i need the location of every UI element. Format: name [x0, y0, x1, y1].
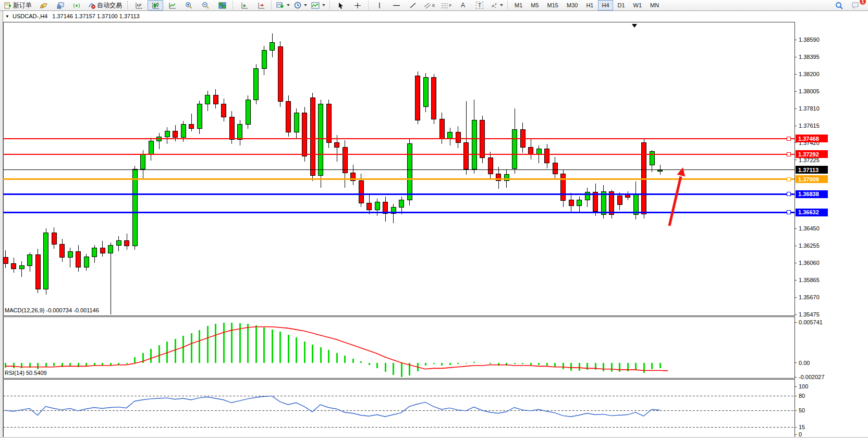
line-chart-icon [168, 2, 176, 9]
svg-text:1.36632: 1.36632 [798, 209, 819, 215]
indicators-icon [311, 2, 320, 9]
notifications-button[interactable]: 1 [848, 0, 863, 10]
chart-shift-button[interactable] [236, 0, 252, 10]
new-order-icon [4, 2, 11, 9]
text-label-tool-button[interactable]: T [472, 0, 487, 10]
svg-text:1.36255: 1.36255 [799, 242, 820, 249]
svg-text:1.36838: 1.36838 [798, 191, 819, 197]
arrows-tool-icon [490, 2, 497, 9]
new-order-label: 新订单 [13, 1, 32, 10]
svg-text:0.00: 0.00 [799, 360, 810, 366]
new-chart-button[interactable] [275, 0, 291, 10]
main-toolbar: 新订单 自动交易 [0, 0, 868, 11]
macd-axis: 0.0057410.00-0.002027 [794, 319, 825, 380]
fibonacci-icon [441, 2, 449, 9]
chart-symbol-title: USDCAD-,H4 [13, 13, 47, 19]
search-icon [835, 2, 843, 9]
trendline-icon [409, 2, 417, 9]
fibonacci-tool-sub: F [449, 3, 452, 8]
fibonacci-tool-button[interactable]: F [438, 0, 454, 10]
toolbar-separator [507, 1, 508, 9]
trendline-tool-button[interactable] [405, 0, 421, 10]
toolbar-separator [233, 1, 234, 9]
svg-text:1.37292: 1.37292 [798, 151, 819, 157]
svg-text:1.37810: 1.37810 [799, 105, 820, 112]
toolbar-separator [368, 1, 369, 9]
svg-text:1.36450: 1.36450 [799, 225, 820, 232]
candlestick-chart-button[interactable] [148, 0, 163, 10]
periods-button[interactable] [292, 0, 309, 10]
toolbar-separator [271, 1, 272, 9]
vertical-line-icon [377, 2, 382, 9]
timeframe-button-H4[interactable]: H4 [598, 0, 613, 10]
navigator-icon [56, 2, 64, 9]
zoom-out-button[interactable] [198, 0, 213, 10]
hline-anchor[interactable] [787, 152, 790, 156]
cursor-icon [338, 2, 344, 9]
autotrading-label: 自动交易 [97, 1, 122, 10]
zoom-in-button[interactable] [181, 0, 197, 10]
signals-button[interactable] [69, 0, 84, 10]
svg-text:0.005741: 0.005741 [799, 319, 823, 325]
cursor-tool-button[interactable] [333, 0, 349, 10]
tile-windows-button[interactable] [214, 0, 230, 10]
timeframe-button-H1[interactable]: H1 [582, 0, 597, 10]
svg-text:1.38395: 1.38395 [799, 54, 820, 60]
svg-text:1.38200: 1.38200 [799, 71, 820, 77]
hline-anchor[interactable] [787, 211, 790, 214]
gold-bar-icon [39, 2, 47, 9]
hline-anchor[interactable] [787, 137, 790, 140]
chart-dropdown-icon[interactable]: ▼ [5, 14, 9, 19]
rsi-indicator-label: RSI(14) 50.5409 [5, 370, 47, 376]
chevron-down-icon [500, 4, 503, 6]
chart-canvas[interactable]: 1.385901.383951.382001.380051.378101.376… [0, 11, 868, 438]
main-price-panel [3, 22, 794, 315]
channel-tool-button[interactable]: E [422, 0, 437, 10]
horizontal-line-tool-button[interactable] [388, 0, 404, 10]
timeframe-button-M15[interactable]: M15 [544, 0, 562, 10]
notification-badge: 1 [860, 0, 866, 5]
line-chart-button[interactable] [164, 0, 180, 10]
new-order-button[interactable]: 新订单 [2, 0, 34, 10]
horizontal-line-icon [393, 2, 400, 9]
chat-bubble-icon [851, 2, 860, 9]
candlestick-chart-icon [152, 2, 160, 9]
search-button[interactable] [831, 0, 847, 10]
crosshair-tool-button[interactable] [350, 0, 365, 10]
window-left-edge [0, 11, 3, 438]
text-tool-button[interactable]: A [455, 0, 471, 10]
bar-chart-button[interactable] [131, 0, 146, 10]
bar-chart-icon [135, 2, 143, 9]
market-watch-button[interactable] [35, 0, 51, 10]
vertical-line-tool-button[interactable] [372, 0, 387, 10]
auto-scroll-icon [257, 2, 265, 9]
arrows-tool-button[interactable] [488, 0, 505, 10]
chart-title: ▼ USDCAD-,H4 1.37146 1.37157 1.37100 1.3… [5, 13, 140, 19]
text-tool-icon: A [461, 2, 465, 9]
timeframe-button-M1[interactable]: M1 [511, 0, 526, 10]
svg-text:80: 80 [799, 393, 805, 399]
timeframe-button-M30[interactable]: M30 [563, 0, 581, 10]
hline-anchor[interactable] [787, 177, 790, 181]
zoom-in-icon [185, 2, 193, 9]
svg-text:1.35670: 1.35670 [799, 294, 820, 300]
svg-text:1.37113: 1.37113 [798, 167, 818, 173]
timeframe-button-MN[interactable]: MN [646, 0, 663, 10]
rsi-panel [3, 379, 794, 437]
toolbar-right-tools: 1 [830, 0, 864, 10]
indicators-button[interactable] [310, 0, 327, 10]
svg-text:50: 50 [799, 407, 805, 413]
timeframe-button-M5[interactable]: M5 [527, 0, 542, 10]
autotrading-button[interactable]: 自动交易 [85, 0, 125, 10]
equidistant-channel-icon [424, 2, 432, 9]
tile-windows-icon [218, 2, 226, 9]
hline-anchor[interactable] [787, 192, 790, 196]
timeframe-button-D1[interactable]: D1 [614, 0, 629, 10]
autotrading-icon [88, 2, 95, 9]
chevron-down-icon [322, 4, 325, 6]
svg-text:1.38005: 1.38005 [799, 88, 820, 94]
timeframe-button-W1[interactable]: W1 [630, 0, 646, 10]
clock-icon [294, 2, 301, 9]
auto-scroll-button[interactable] [253, 0, 268, 10]
navigator-button[interactable] [52, 0, 68, 10]
